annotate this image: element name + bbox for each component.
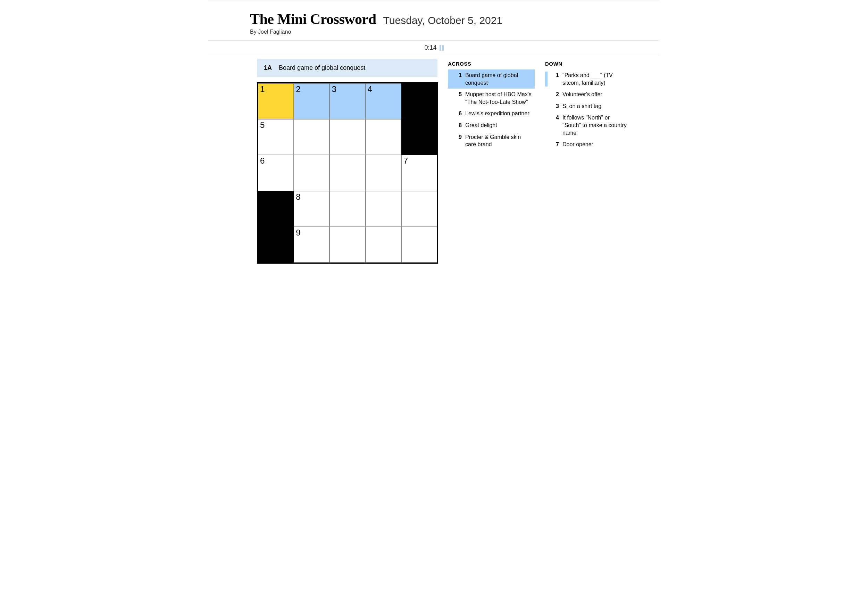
grid-cell[interactable]: 3 — [329, 83, 365, 119]
across-clue-5[interactable]: 5Muppet host of HBO Max's "The Not-Too-L… — [448, 89, 535, 108]
across-heading: ACROSS — [448, 61, 535, 67]
across-column: ACROSS 1Board game of global conquest5Mu… — [448, 59, 535, 263]
current-clue-label: 1A — [264, 64, 272, 71]
clue-number: 6 — [455, 110, 462, 117]
current-clue-bar: 1A Board game of global conquest — [257, 59, 437, 77]
grid-cell-black — [402, 119, 437, 155]
grid-cell[interactable] — [329, 191, 365, 227]
clue-number: 8 — [455, 121, 462, 129]
clue-indicator-bar — [545, 114, 548, 136]
cell-number: 4 — [368, 84, 372, 94]
clue-text: Volunteer's offer — [562, 91, 629, 98]
clue-indicator-bar — [448, 121, 450, 129]
pause-icon[interactable] — [440, 45, 444, 51]
grid-cell[interactable] — [294, 119, 329, 155]
cell-number: 7 — [403, 156, 408, 166]
clue-number: 7 — [552, 141, 559, 148]
clue-text: Board game of global conquest — [465, 71, 532, 86]
timer-value: 0:14 — [424, 44, 437, 52]
grid-cell[interactable]: 7 — [402, 155, 437, 191]
clue-indicator-bar — [448, 110, 450, 117]
grid-cell[interactable] — [366, 227, 402, 263]
clue-text: Great delight — [465, 121, 532, 129]
across-clue-list: 1Board game of global conquest5Muppet ho… — [448, 70, 535, 150]
grid-cell-black — [258, 191, 294, 227]
across-clue-6[interactable]: 6Lewis's expedition partner — [448, 108, 535, 120]
clue-text: S, on a shirt tag — [562, 102, 629, 110]
clue-number: 9 — [455, 133, 462, 148]
down-clue-4[interactable]: 4It follows "North" or "South" to make a… — [545, 112, 632, 139]
grid-cell[interactable]: 4 — [366, 83, 402, 119]
clue-indicator-bar — [448, 133, 450, 148]
clue-text: "Parks and ___" (TV sitcom, familiarly) — [562, 71, 629, 86]
grid-cell[interactable] — [329, 155, 365, 191]
clue-text: Door opener — [562, 141, 629, 148]
across-clue-8[interactable]: 8Great delight — [448, 120, 535, 131]
clue-number: 3 — [552, 102, 559, 110]
clue-text: Procter & Gamble skin care brand — [465, 133, 532, 148]
down-heading: DOWN — [545, 61, 632, 67]
cell-number: 9 — [296, 228, 300, 238]
down-clue-3[interactable]: 3S, on a shirt tag — [545, 101, 632, 112]
clue-text: Muppet host of HBO Max's "The Not-Too-La… — [465, 91, 532, 106]
grid-cell[interactable]: 2 — [294, 83, 329, 119]
clue-indicator-bar — [545, 102, 548, 110]
clue-indicator-bar — [545, 71, 548, 86]
grid-cell-black — [258, 227, 294, 263]
clue-indicator-bar — [545, 91, 548, 98]
across-clue-9[interactable]: 9Procter & Gamble skin care brand — [448, 131, 535, 150]
grid-cell[interactable] — [329, 119, 365, 155]
grid-cell[interactable]: 1 — [258, 83, 294, 119]
clue-number: 4 — [552, 114, 559, 136]
grid-cell[interactable] — [329, 227, 365, 263]
cell-number: 2 — [296, 84, 300, 94]
clue-text: It follows "North" or "South" to make a … — [562, 114, 629, 136]
clue-indicator-bar — [545, 141, 548, 148]
puzzle-date: Tuesday, October 5, 2021 — [383, 15, 503, 27]
clue-number: 1 — [455, 71, 462, 86]
clue-indicator-bar — [448, 91, 450, 106]
across-clue-1[interactable]: 1Board game of global conquest — [448, 70, 535, 89]
down-column: DOWN 1"Parks and ___" (TV sitcom, famili… — [545, 59, 632, 263]
cell-number: 5 — [260, 120, 264, 130]
clue-number: 5 — [455, 91, 462, 106]
grid-cell[interactable]: 9 — [294, 227, 329, 263]
grid-cell[interactable] — [366, 119, 402, 155]
cell-number: 8 — [296, 192, 300, 202]
grid-cell[interactable] — [402, 227, 437, 263]
grid-cell[interactable] — [366, 155, 402, 191]
down-clue-1[interactable]: 1"Parks and ___" (TV sitcom, familiarly) — [545, 70, 632, 89]
grid-cell[interactable]: 5 — [258, 119, 294, 155]
cell-number: 6 — [260, 156, 264, 166]
cell-number: 3 — [332, 84, 336, 94]
grid-cell[interactable] — [402, 191, 437, 227]
grid-cell[interactable] — [294, 155, 329, 191]
clue-indicator-bar — [448, 71, 450, 86]
grid-cell[interactable]: 8 — [294, 191, 329, 227]
cell-number: 1 — [260, 84, 264, 94]
down-clue-7[interactable]: 7Door opener — [545, 139, 632, 150]
grid-cell[interactable]: 6 — [258, 155, 294, 191]
down-clue-list: 1"Parks and ___" (TV sitcom, familiarly)… — [545, 70, 632, 150]
clue-number: 1 — [552, 71, 559, 86]
puzzle-byline: By Joel Fagliano — [250, 29, 660, 35]
clue-text: Lewis's expedition partner — [465, 110, 532, 117]
grid-cell-black — [402, 83, 437, 119]
grid-cell[interactable] — [366, 191, 402, 227]
down-clue-2[interactable]: 2Volunteer's offer — [545, 89, 632, 101]
clue-number: 2 — [552, 91, 559, 98]
timer-bar: 0:14 — [208, 40, 660, 55]
puzzle-title: The Mini Crossword — [250, 11, 376, 27]
puzzle-header: The Mini Crossword Tuesday, October 5, 2… — [208, 0, 660, 40]
current-clue-text: Board game of global conquest — [279, 64, 365, 71]
crossword-grid[interactable]: 123456789 — [257, 82, 438, 263]
